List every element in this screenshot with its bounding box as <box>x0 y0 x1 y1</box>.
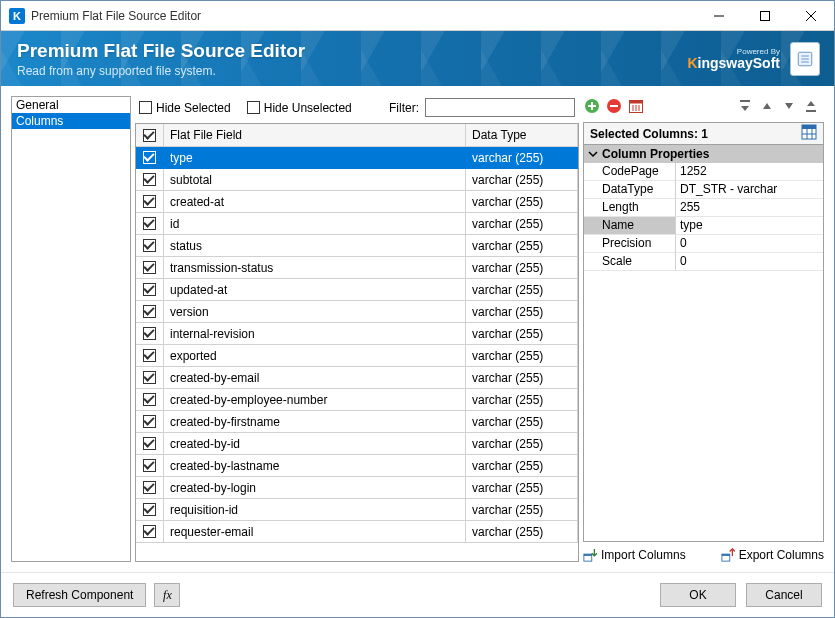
row-checkbox[interactable] <box>136 389 164 411</box>
table-row[interactable]: updated-atvarchar (255) <box>136 279 578 301</box>
hide-unselected-checkbox[interactable]: Hide Unselected <box>247 101 352 115</box>
table-row[interactable]: created-atvarchar (255) <box>136 191 578 213</box>
datatype-cell[interactable]: varchar (255) <box>466 213 578 235</box>
field-name-cell[interactable]: type <box>164 147 466 169</box>
minimize-button[interactable] <box>696 1 742 30</box>
field-name-cell[interactable]: updated-at <box>164 279 466 301</box>
select-all-checkbox[interactable] <box>136 124 164 147</box>
table-row[interactable]: requisition-idvarchar (255) <box>136 499 578 521</box>
maximize-button[interactable] <box>742 1 788 30</box>
row-checkbox[interactable] <box>136 345 164 367</box>
row-checkbox[interactable] <box>136 499 164 521</box>
field-name-cell[interactable]: created-by-employee-number <box>164 389 466 411</box>
export-columns-button[interactable]: Export Columns <box>721 548 824 562</box>
calendar-icon[interactable] <box>627 97 645 115</box>
property-value[interactable]: 255 <box>676 199 823 217</box>
datatype-cell[interactable]: varchar (255) <box>466 345 578 367</box>
property-section-header[interactable]: Column Properties <box>584 145 823 163</box>
field-name-cell[interactable]: created-by-lastname <box>164 455 466 477</box>
field-name-cell[interactable]: transmission-status <box>164 257 466 279</box>
field-name-cell[interactable]: version <box>164 301 466 323</box>
property-value[interactable]: DT_STR - varchar <box>676 181 823 199</box>
table-row[interactable]: exportedvarchar (255) <box>136 345 578 367</box>
datatype-cell[interactable]: varchar (255) <box>466 323 578 345</box>
field-name-cell[interactable]: internal-revision <box>164 323 466 345</box>
property-grid[interactable]: Column Properties CodePage1252DataTypeDT… <box>583 144 824 542</box>
table-row[interactable]: internal-revisionvarchar (255) <box>136 323 578 345</box>
datatype-cell[interactable]: varchar (255) <box>466 455 578 477</box>
table-row[interactable]: subtotalvarchar (255) <box>136 169 578 191</box>
grid-icon[interactable] <box>801 124 817 143</box>
row-checkbox[interactable] <box>136 477 164 499</box>
row-checkbox[interactable] <box>136 235 164 257</box>
property-row[interactable]: Length255 <box>584 199 823 217</box>
property-value[interactable]: 1252 <box>676 163 823 181</box>
datatype-cell[interactable]: varchar (255) <box>466 235 578 257</box>
field-name-cell[interactable]: subtotal <box>164 169 466 191</box>
add-icon[interactable] <box>583 97 601 115</box>
remove-icon[interactable] <box>605 97 623 115</box>
datatype-cell[interactable]: varchar (255) <box>466 389 578 411</box>
property-row[interactable]: Precision0 <box>584 235 823 253</box>
import-columns-button[interactable]: Import Columns <box>583 548 686 562</box>
datatype-cell[interactable]: varchar (255) <box>466 477 578 499</box>
row-checkbox[interactable] <box>136 279 164 301</box>
table-row[interactable]: created-by-loginvarchar (255) <box>136 477 578 499</box>
datatype-cell[interactable]: varchar (255) <box>466 521 578 543</box>
table-row[interactable]: requester-emailvarchar (255) <box>136 521 578 543</box>
move-down-icon[interactable] <box>780 97 798 115</box>
datatype-cell[interactable]: varchar (255) <box>466 433 578 455</box>
property-value[interactable]: 0 <box>676 253 823 271</box>
table-row[interactable]: transmission-statusvarchar (255) <box>136 257 578 279</box>
row-checkbox[interactable] <box>136 213 164 235</box>
field-name-cell[interactable]: created-at <box>164 191 466 213</box>
row-checkbox[interactable] <box>136 257 164 279</box>
row-checkbox[interactable] <box>136 323 164 345</box>
close-button[interactable] <box>788 1 834 30</box>
datatype-cell[interactable]: varchar (255) <box>466 279 578 301</box>
datatype-cell[interactable]: varchar (255) <box>466 147 578 169</box>
datatype-cell[interactable]: varchar (255) <box>466 257 578 279</box>
table-row[interactable]: typevarchar (255) <box>136 147 578 169</box>
row-checkbox[interactable] <box>136 367 164 389</box>
property-row[interactable]: DataTypeDT_STR - varchar <box>584 181 823 199</box>
refresh-component-button[interactable]: Refresh Component <box>13 583 146 607</box>
move-top-icon[interactable] <box>736 97 754 115</box>
row-checkbox[interactable] <box>136 411 164 433</box>
table-row[interactable]: idvarchar (255) <box>136 213 578 235</box>
table-row[interactable]: created-by-idvarchar (255) <box>136 433 578 455</box>
table-row[interactable]: statusvarchar (255) <box>136 235 578 257</box>
ok-button[interactable]: OK <box>660 583 736 607</box>
table-row[interactable]: created-by-firstnamevarchar (255) <box>136 411 578 433</box>
row-checkbox[interactable] <box>136 521 164 543</box>
row-checkbox[interactable] <box>136 301 164 323</box>
property-value[interactable]: type <box>676 217 823 235</box>
header-datatype[interactable]: Data Type <box>466 124 578 147</box>
field-name-cell[interactable]: status <box>164 235 466 257</box>
property-value[interactable]: 0 <box>676 235 823 253</box>
nav-item-columns[interactable]: Columns <box>12 113 130 129</box>
expression-button[interactable]: fx <box>154 583 180 607</box>
property-row[interactable]: Scale0 <box>584 253 823 271</box>
field-name-cell[interactable]: created-by-firstname <box>164 411 466 433</box>
datatype-cell[interactable]: varchar (255) <box>466 301 578 323</box>
row-checkbox[interactable] <box>136 147 164 169</box>
cancel-button[interactable]: Cancel <box>746 583 822 607</box>
field-name-cell[interactable]: created-by-login <box>164 477 466 499</box>
property-row[interactable]: CodePage1252 <box>584 163 823 181</box>
grid-body[interactable]: typevarchar (255)subtotalvarchar (255)cr… <box>136 147 578 561</box>
datatype-cell[interactable]: varchar (255) <box>466 169 578 191</box>
table-row[interactable]: created-by-emailvarchar (255) <box>136 367 578 389</box>
datatype-cell[interactable]: varchar (255) <box>466 191 578 213</box>
table-row[interactable]: created-by-employee-numbervarchar (255) <box>136 389 578 411</box>
datatype-cell[interactable]: varchar (255) <box>466 367 578 389</box>
field-name-cell[interactable]: created-by-id <box>164 433 466 455</box>
move-bottom-icon[interactable] <box>802 97 820 115</box>
field-name-cell[interactable]: id <box>164 213 466 235</box>
nav-item-general[interactable]: General <box>12 97 130 113</box>
row-checkbox[interactable] <box>136 433 164 455</box>
row-checkbox[interactable] <box>136 455 164 477</box>
table-row[interactable]: versionvarchar (255) <box>136 301 578 323</box>
hide-selected-checkbox[interactable]: Hide Selected <box>139 101 231 115</box>
datatype-cell[interactable]: varchar (255) <box>466 411 578 433</box>
